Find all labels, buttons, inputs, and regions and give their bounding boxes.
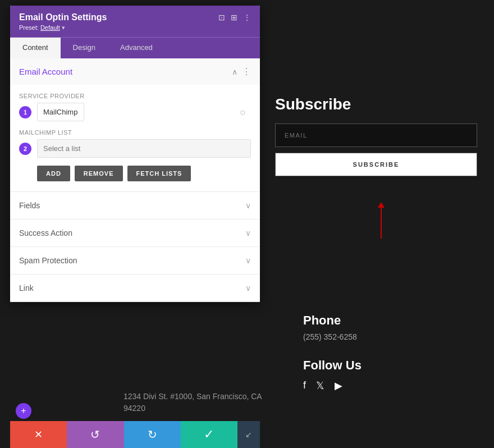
chevron-up-icon: ∧ <box>232 67 237 76</box>
panel-header-icons: ⊡ ⊞ ⋮ <box>218 13 251 22</box>
close-button[interactable]: ✕ <box>10 421 67 448</box>
layout-icon[interactable]: ⊞ <box>231 13 237 22</box>
arrow-line <box>381 208 382 239</box>
facebook-icon[interactable]: f <box>303 380 306 392</box>
tab-design[interactable]: Design <box>61 38 108 58</box>
address-text: 1234 Divi St. #1000, San Francisco, CA 9… <box>124 391 269 414</box>
success-action-chevron-icon: ∨ <box>245 228 251 237</box>
step-2-badge: 2 <box>19 143 31 155</box>
bottom-bar: ✕ ↺ ↻ ✓ ↙ <box>10 421 260 448</box>
settings-panel: Email Optin Settings ⊡ ⊞ ⋮ Preset: Defau… <box>10 6 260 302</box>
fields-chevron-icon: ∨ <box>245 201 251 210</box>
email-input[interactable] <box>275 124 477 147</box>
spam-protection-label: Spam Protection <box>19 256 77 265</box>
link-chevron-icon: ∨ <box>245 284 251 292</box>
fields-label: Fields <box>19 201 40 210</box>
save-button[interactable]: ✓ <box>181 421 237 448</box>
remove-button[interactable]: REMOVE <box>75 166 123 181</box>
bottom-right-info: Phone (255) 352-6258 Follow Us f 𝕏 ▶ <box>303 313 362 392</box>
success-action-label: Success Action <box>19 228 72 237</box>
close-icon: ✕ <box>34 428 43 441</box>
fetch-lists-button[interactable]: FETCH LISTS <box>127 166 191 181</box>
success-action-section[interactable]: Success Action ∨ <box>10 220 260 247</box>
redo-button[interactable]: ↻ <box>124 421 181 448</box>
red-arrow <box>378 202 385 239</box>
subscribe-area: Subscribe SUBSCRIBE <box>275 95 477 176</box>
email-account-title: Email Account <box>19 67 72 76</box>
mailchimp-list-row: 2 <box>19 139 251 158</box>
preset-label: Preset: Default ▾ <box>19 24 251 31</box>
section-more-icon[interactable]: ⋮ <box>242 66 251 77</box>
panel-body: Email Account ∧ ⋮ Service Provider 1 Mai… <box>10 58 260 302</box>
subscribe-title: Subscribe <box>275 95 477 113</box>
mailchimp-list-label: MailChimp List <box>19 129 251 136</box>
tab-advanced[interactable]: Advanced <box>108 38 165 58</box>
action-button-group: ADD REMOVE FETCH LISTS <box>37 166 251 181</box>
panel-header: Email Optin Settings ⊡ ⊞ ⋮ Preset: Defau… <box>10 6 260 37</box>
bottom-address-area: 1234 Divi St. #1000, San Francisco, CA 9… <box>124 391 269 414</box>
social-icons-row: f 𝕏 ▶ <box>303 380 362 392</box>
service-provider-label: Service Provider <box>19 93 251 99</box>
fields-section[interactable]: Fields ∨ <box>10 192 260 220</box>
tab-content[interactable]: Content <box>10 38 61 58</box>
extra-icon: ↙ <box>245 430 252 439</box>
more-icon[interactable]: ⋮ <box>243 13 251 22</box>
service-provider-row: 1 MailChimp <box>19 103 251 121</box>
mailchimp-list-input[interactable] <box>37 139 251 158</box>
add-button[interactable]: ADD <box>37 166 70 181</box>
link-label: Link <box>19 284 34 292</box>
tab-bar: Content Design Advanced <box>10 37 260 58</box>
undo-icon: ↺ <box>90 428 100 441</box>
youtube-icon[interactable]: ▶ <box>335 380 342 392</box>
spam-protection-chevron-icon: ∨ <box>245 256 251 265</box>
subscribe-button[interactable]: SUBSCRIBE <box>275 153 477 176</box>
service-provider-select[interactable]: MailChimp <box>37 103 84 121</box>
email-account-section: Email Account ∧ ⋮ Service Provider 1 Mai… <box>10 58 260 192</box>
service-provider-select-wrapper: MailChimp <box>37 103 251 121</box>
email-account-header[interactable]: Email Account ∧ ⋮ <box>10 58 260 85</box>
panel-title: Email Optin Settings <box>19 12 107 22</box>
arrow-head <box>378 202 385 208</box>
phone-title: Phone <box>303 313 362 328</box>
phone-number: (255) 352-6258 <box>303 332 362 341</box>
plus-icon: + <box>21 406 26 416</box>
step-1-badge: 1 <box>19 106 31 118</box>
follow-us-title: Follow Us <box>303 358 362 373</box>
focus-icon[interactable]: ⊡ <box>218 13 225 22</box>
plus-button[interactable]: + <box>16 403 31 419</box>
link-section[interactable]: Link ∨ <box>10 275 260 302</box>
spam-protection-section[interactable]: Spam Protection ∨ <box>10 247 260 275</box>
redo-icon: ↻ <box>148 428 157 441</box>
twitter-icon[interactable]: 𝕏 <box>316 380 324 392</box>
extra-button[interactable]: ↙ <box>237 421 260 448</box>
section-header-icons: ∧ ⋮ <box>232 66 251 77</box>
undo-button[interactable]: ↺ <box>67 421 124 448</box>
email-account-content: Service Provider 1 MailChimp MailChimp L… <box>10 85 260 191</box>
save-icon: ✓ <box>204 427 214 442</box>
